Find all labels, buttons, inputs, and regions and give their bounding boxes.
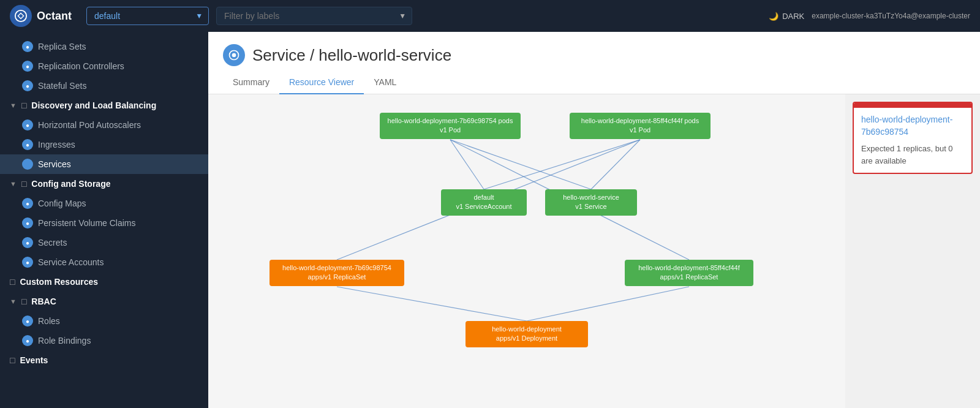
discovery-lb-label: Discovery and Load Balancing	[31, 100, 156, 110]
chevron-icon-rbac: ▼	[10, 298, 17, 305]
node-service[interactable]: hello-world-service v1 Service	[545, 189, 637, 216]
config-maps-icon: ●	[22, 198, 33, 209]
rbac-label: RBAC	[31, 297, 56, 306]
secrets-label: Secrets	[38, 238, 67, 247]
graph-edges-svg	[208, 94, 845, 408]
folder-icon-events: □	[10, 355, 15, 365]
page-header: Service / hello-world-service	[208, 32, 980, 66]
content-area: Service / hello-world-service Summary Re…	[208, 32, 980, 408]
roles-icon: ●	[22, 315, 33, 327]
role-bindings-icon: ●	[22, 335, 33, 346]
info-card-body: hello-world-deployment-7b69c98754 Expect…	[854, 108, 971, 173]
namespace-select[interactable]: default	[86, 7, 209, 25]
tab-summary[interactable]: Summary	[223, 71, 279, 94]
sidebar-group-custom-resources[interactable]: □ Custom Resources	[0, 272, 208, 292]
sidebar-item-role-bindings[interactable]: ● Role Bindings	[0, 331, 208, 350]
sidebar-item-stateful-sets[interactable]: ● Stateful Sets	[0, 76, 208, 96]
node-sa-line1: default	[447, 193, 521, 202]
page-service-icon	[223, 44, 245, 66]
hpa-icon: ●	[22, 119, 33, 130]
node-pod1-line2: v1 Pod	[386, 126, 514, 135]
node-rs2-line2: apps/v1 ReplicaSet	[631, 273, 747, 282]
svg-line-10	[527, 287, 689, 321]
svg-line-3	[450, 140, 484, 189]
role-bindings-label: Role Bindings	[38, 336, 91, 346]
dark-mode-toggle[interactable]: 🌙 DARK	[769, 12, 804, 21]
config-maps-label: Config Maps	[38, 198, 86, 208]
node-pod1-line1: hello-world-deployment-7b69c98754 pods	[386, 116, 514, 126]
node-dep-line1: hello-world-deployment	[472, 325, 582, 334]
folder-icon-config: □	[21, 179, 26, 189]
filter-wrapper: ▼	[216, 7, 412, 25]
node-deployment[interactable]: hello-world-deployment apps/v1 Deploymen…	[466, 321, 588, 347]
sidebar-item-services[interactable]: ● Services	[0, 154, 208, 174]
folder-icon: □	[21, 100, 26, 110]
services-icon: ●	[22, 159, 33, 170]
ingresses-label: Ingresses	[38, 140, 75, 149]
info-card-message: Expected 1 replicas, but 0 are available	[861, 143, 964, 167]
cluster-info: example-cluster-ka3TuTzYo4a@example-clus…	[812, 12, 970, 20]
sidebar-group-config-storage[interactable]: ▼ □ Config and Storage	[0, 174, 208, 194]
pvc-icon: ●	[22, 217, 33, 229]
node-svc-line2: v1 Service	[551, 202, 631, 211]
tab-yaml[interactable]: YAML	[364, 71, 406, 94]
node-dep-line2: apps/v1 Deployment	[472, 334, 582, 343]
sidebar-item-ingresses[interactable]: ● Ingresses	[0, 135, 208, 154]
svg-line-6	[484, 140, 640, 189]
sidebar-item-config-maps[interactable]: ● Config Maps	[0, 194, 208, 213]
node-replicaset2[interactable]: hello-world-deployment-85ff4cf44f apps/v…	[625, 260, 753, 286]
sidebar-group-rbac[interactable]: ▼ □ RBAC	[0, 292, 208, 311]
sidebar-item-replication-controllers[interactable]: ● Replication Controllers	[0, 56, 208, 76]
node-rs1-line2: apps/v1 ReplicaSet	[276, 273, 398, 282]
svg-line-4	[450, 140, 591, 189]
moon-icon: 🌙	[769, 12, 778, 21]
app-name: Octant	[37, 10, 72, 23]
hpa-label: Horizontal Pod Autoscalers	[38, 120, 141, 130]
sidebar-item-secrets[interactable]: ● Secrets	[0, 233, 208, 252]
sidebar: ● Replica Sets ● Replication Controllers…	[0, 32, 208, 408]
replica-sets-icon: ●	[22, 41, 33, 52]
graph-canvas: hello-world-deployment-7b69c98754 pods v…	[208, 94, 845, 408]
filter-arrow-icon: ▼	[399, 12, 406, 20]
chevron-icon-config: ▼	[10, 180, 17, 187]
info-card-header	[854, 103, 971, 108]
page-title: Service / hello-world-service	[252, 46, 451, 65]
node-replicaset1[interactable]: hello-world-deployment-7b69c98754 apps/v…	[270, 260, 404, 286]
node-service-account[interactable]: default v1 ServiceAccount	[441, 189, 527, 216]
node-pod2[interactable]: hello-world-deployment-85ff4cf44f pods v…	[570, 113, 710, 139]
sidebar-item-pvc[interactable]: ● Persistent Volume Claims	[0, 213, 208, 233]
service-accounts-icon: ●	[22, 257, 33, 268]
dark-label: DARK	[782, 12, 804, 21]
ingresses-icon: ●	[22, 139, 33, 150]
sidebar-group-events[interactable]: □ Events	[0, 350, 208, 370]
folder-icon-custom: □	[10, 277, 15, 287]
node-svc-line1: hello-world-service	[551, 193, 631, 202]
svg-point-0	[15, 10, 26, 21]
filter-input[interactable]	[216, 7, 412, 25]
sidebar-item-hpa[interactable]: ● Horizontal Pod Autoscalers	[0, 115, 208, 135]
chevron-icon: ▼	[10, 102, 17, 109]
sidebar-item-replica-sets[interactable]: ● Replica Sets	[0, 37, 208, 56]
node-pod2-line1: hello-world-deployment-85ff4cf44f pods	[576, 116, 704, 126]
node-pod1[interactable]: hello-world-deployment-7b69c98754 pods v…	[380, 113, 521, 139]
secrets-icon: ●	[22, 237, 33, 248]
stateful-sets-label: Stateful Sets	[38, 81, 86, 91]
sidebar-item-roles[interactable]: ● Roles	[0, 311, 208, 331]
info-panel: hello-world-deployment-7b69c98754 Expect…	[845, 94, 980, 408]
topbar: Octant default ▼ ▼ 🌙 DARK example-cluste…	[0, 0, 980, 32]
sidebar-item-service-accounts[interactable]: ● Service Accounts	[0, 252, 208, 272]
pvc-label: Persistent Volume Claims	[38, 218, 136, 228]
replica-sets-label: Replica Sets	[38, 42, 86, 51]
svg-line-9	[337, 287, 527, 321]
custom-resources-label: Custom Resources	[20, 277, 98, 287]
sidebar-group-discovery-lb[interactable]: ▼ □ Discovery and Load Balancing	[0, 96, 208, 115]
logo-icon	[10, 5, 32, 27]
logo: Octant	[10, 5, 72, 27]
main-layout: ● Replica Sets ● Replication Controllers…	[0, 32, 980, 408]
service-accounts-label: Service Accounts	[38, 257, 104, 267]
info-card: hello-world-deployment-7b69c98754 Expect…	[853, 102, 973, 174]
tab-resource-viewer[interactable]: Resource Viewer	[279, 71, 364, 94]
namespace-selector[interactable]: default ▼	[86, 7, 209, 25]
svg-point-2	[232, 53, 236, 58]
graph-area: hello-world-deployment-7b69c98754 pods v…	[208, 94, 980, 408]
